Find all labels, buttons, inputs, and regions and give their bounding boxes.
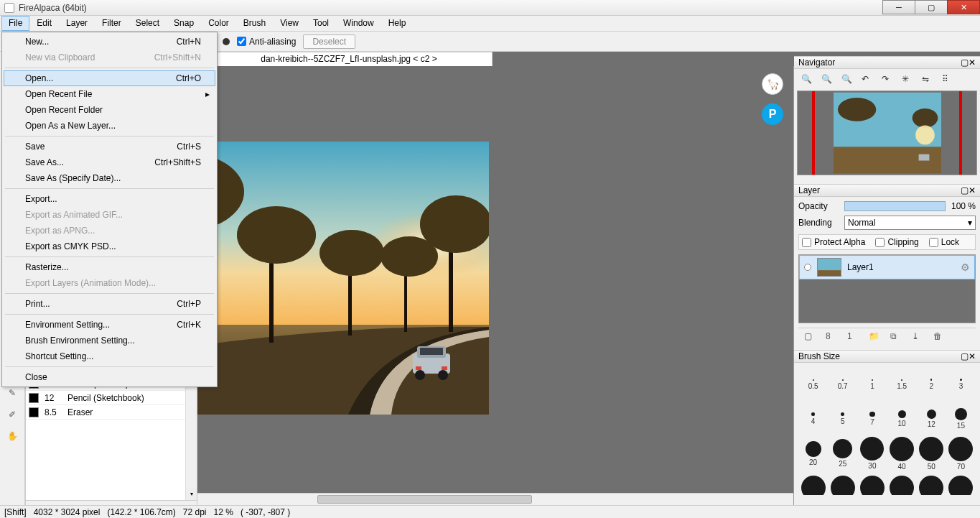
- brush-size-cell[interactable]: 20: [798, 436, 828, 471]
- rotate-left-icon[interactable]: ↶: [862, 74, 873, 85]
- document-tab[interactable]: dan-kreibich--5ZCZF7_LfI-unsplash.jpg < …: [205, 52, 493, 66]
- brush-size-cell[interactable]: [887, 471, 917, 495]
- clipping-checkbox[interactable]: Clipping: [875, 237, 918, 247]
- menu-item[interactable]: Shortcut Setting...: [4, 348, 215, 364]
- menu-item[interactable]: SaveCtrl+S: [4, 139, 215, 154]
- close-icon[interactable]: ✕: [969, 351, 976, 361]
- alpaca-icon[interactable]: 🦙: [762, 73, 783, 95]
- menu-item[interactable]: Brush Environment Setting...: [4, 333, 215, 348]
- menu-item[interactable]: Environment Setting...Ctrl+K: [4, 317, 215, 333]
- layer-item[interactable]: Layer1 ⚙: [799, 255, 975, 279]
- menu-layer[interactable]: Layer: [59, 16, 95, 31]
- menu-edit[interactable]: Edit: [29, 16, 59, 31]
- menu-item[interactable]: Open Recent Folder: [4, 102, 215, 118]
- brush-size-cell[interactable]: 25: [828, 436, 857, 471]
- brush-size-cell[interactable]: 1.5: [887, 367, 917, 402]
- reset-rotation-icon[interactable]: ✳: [902, 74, 913, 85]
- undock-icon[interactable]: ▢: [961, 185, 969, 195]
- brush-size-cell[interactable]: 3: [946, 367, 976, 402]
- brush-size-cell[interactable]: [828, 471, 857, 495]
- close-button[interactable]: ✕: [947, 0, 980, 14]
- merge-down-icon[interactable]: ⤓: [912, 331, 923, 343]
- brush-size-cell[interactable]: 1: [857, 367, 887, 402]
- brush-tool-icon[interactable]: ✎: [5, 386, 19, 400]
- minimize-button[interactable]: ─: [882, 0, 915, 14]
- menu-filter[interactable]: Filter: [95, 16, 129, 31]
- menu-tool[interactable]: Tool: [306, 16, 336, 31]
- menu-color[interactable]: Color: [201, 16, 236, 31]
- menu-window[interactable]: Window: [336, 16, 381, 31]
- menu-item[interactable]: Save As (Specify Date)...: [4, 170, 215, 186]
- opacity-slider[interactable]: [844, 201, 946, 211]
- visibility-toggle[interactable]: [804, 264, 811, 271]
- new-8bit-icon[interactable]: 8: [826, 331, 837, 343]
- protect-alpha-checkbox[interactable]: Protect Alpha: [802, 237, 865, 247]
- menu-item[interactable]: Open...Ctrl+O: [4, 70, 215, 86]
- menu-brush[interactable]: Brush: [236, 16, 273, 31]
- rotate-right-icon[interactable]: ↷: [882, 74, 893, 85]
- duplicate-layer-icon[interactable]: ⧉: [890, 331, 902, 343]
- brush-size-cell[interactable]: 4: [798, 402, 828, 436]
- menu-item[interactable]: Export...: [4, 191, 215, 207]
- menu-item[interactable]: Open As a New Layer...: [4, 118, 215, 134]
- brush-size-cell[interactable]: 30: [857, 436, 887, 471]
- menu-item[interactable]: Export as CMYK PSD...: [4, 239, 215, 254]
- brush-size-cell[interactable]: 0.7: [828, 367, 857, 402]
- antialias-checkbox[interactable]: Anti-aliasing: [237, 37, 296, 47]
- eyedropper-tool-icon[interactable]: ✐: [5, 407, 19, 422]
- maximize-button[interactable]: ▢: [915, 0, 948, 14]
- menu-view[interactable]: View: [273, 16, 306, 31]
- svg-point-15: [319, 230, 384, 276]
- gear-icon[interactable]: ⚙: [961, 262, 970, 273]
- navigator-thumbnail[interactable]: [797, 91, 977, 175]
- menu-item[interactable]: Print...Ctrl+P: [4, 296, 215, 312]
- zoom-in-icon[interactable]: 🔍: [801, 74, 813, 85]
- menu-item[interactable]: Open Recent File▸: [4, 86, 215, 102]
- brush-size-cell[interactable]: 12: [917, 402, 946, 436]
- delete-layer-icon[interactable]: 🗑: [933, 331, 945, 343]
- flip-icon[interactable]: ⇋: [922, 74, 933, 85]
- brush-row[interactable]: 8.5Eraser: [26, 405, 197, 420]
- brush-size-cell[interactable]: 0.5: [798, 367, 828, 402]
- close-icon[interactable]: ✕: [969, 185, 976, 195]
- menu-snap[interactable]: Snap: [167, 16, 201, 31]
- menu-item[interactable]: Rasterize...: [4, 259, 215, 275]
- p-icon[interactable]: P: [762, 103, 783, 125]
- brush-size-cell[interactable]: 5: [828, 402, 857, 436]
- brush-size-cell[interactable]: [917, 471, 946, 495]
- fill-color-swatch[interactable]: [223, 38, 230, 45]
- brush-size-cell[interactable]: 70: [946, 436, 976, 471]
- menu-item[interactable]: Save As...Ctrl+Shift+S: [4, 154, 215, 170]
- brush-size-cell[interactable]: [798, 471, 828, 495]
- blending-select[interactable]: Normal▾: [844, 216, 976, 230]
- brush-size-cell[interactable]: 10: [887, 402, 917, 436]
- brush-size-cell[interactable]: [946, 471, 976, 495]
- brush-size-cell[interactable]: 15: [946, 402, 976, 436]
- zoom-fit-icon[interactable]: 🔍: [841, 74, 853, 85]
- deselect-button[interactable]: Deselect: [303, 34, 355, 49]
- brush-size-cell[interactable]: 2: [917, 367, 946, 402]
- new-folder-icon[interactable]: 📁: [869, 331, 880, 343]
- zoom-out-icon[interactable]: 🔍: [821, 74, 833, 85]
- close-icon[interactable]: ✕: [969, 57, 976, 68]
- menu-item: Export as APNG...: [4, 223, 215, 239]
- layer-thumbnail: [817, 258, 841, 277]
- new-1bit-icon[interactable]: 1: [847, 331, 859, 343]
- brush-size-cell[interactable]: 7: [857, 402, 887, 436]
- menu-item[interactable]: Close: [4, 369, 215, 385]
- brush-size-cell[interactable]: 50: [917, 436, 946, 471]
- menu-item[interactable]: New...Ctrl+N: [4, 34, 215, 50]
- menu-select[interactable]: Select: [129, 16, 167, 31]
- menu-help[interactable]: Help: [381, 16, 414, 31]
- undock-icon[interactable]: ▢: [961, 351, 969, 361]
- new-layer-icon[interactable]: ▢: [804, 331, 816, 343]
- hand-tool-icon[interactable]: ✋: [5, 429, 19, 443]
- dots-icon[interactable]: ⠿: [942, 74, 953, 85]
- brush-size-cell[interactable]: [857, 471, 887, 495]
- lock-checkbox[interactable]: Lock: [929, 237, 959, 247]
- status-dims: 4032 * 3024 pixel: [34, 507, 101, 517]
- undock-icon[interactable]: ▢: [961, 57, 969, 68]
- brush-row[interactable]: 12Pencil (Sketchbook): [26, 391, 197, 405]
- brush-size-cell[interactable]: 40: [887, 436, 917, 471]
- menu-file[interactable]: File: [1, 16, 29, 31]
